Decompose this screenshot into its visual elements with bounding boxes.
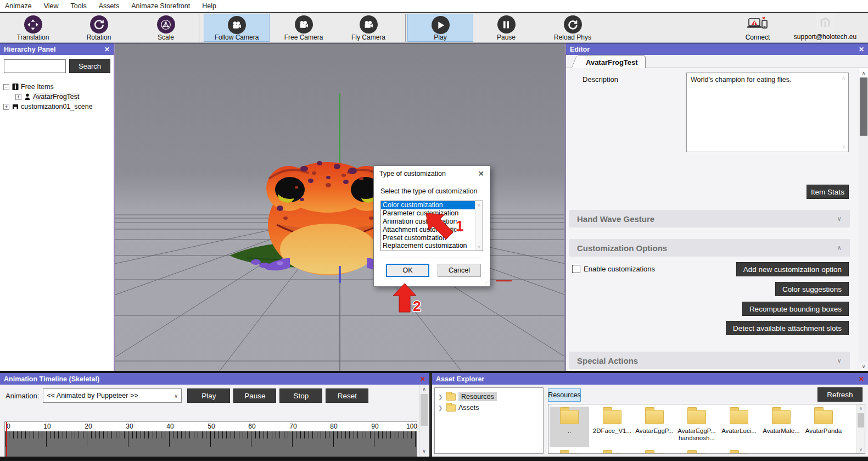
hierarchy-search-button[interactable]: Search — [69, 59, 110, 73]
list-scrollbar[interactable]: ∧ ∨ — [475, 201, 483, 251]
close-icon[interactable]: ✕ — [420, 376, 425, 382]
list-item-color-customization[interactable]: Color customization — [381, 201, 483, 209]
folder-item-up[interactable]: .. — [550, 407, 589, 447]
timeline-stop-button[interactable]: Stop — [279, 388, 322, 403]
folder-item-avatarpanda[interactable]: AvatarPanda — [804, 407, 843, 447]
scroll-up-icon[interactable]: ∧ — [477, 202, 481, 208]
connect-button[interactable]: Connect — [727, 14, 788, 42]
section-special-actions[interactable]: Special Actions ∨ — [569, 352, 850, 369]
follow-camera-button[interactable]: Follow Camera — [204, 14, 270, 42]
expand-icon[interactable]: + — [15, 94, 21, 100]
description-textarea[interactable]: World's champion for eating flies. ∧ ∨ — [686, 73, 849, 152]
item-stats-button[interactable]: Item Stats — [807, 185, 849, 199]
section-customization-options[interactable]: Customization Options ∧ — [569, 239, 850, 257]
scroll-up-icon[interactable]: ∧ — [859, 68, 868, 77]
collapse-icon[interactable]: − — [3, 84, 9, 90]
menu-assets[interactable]: Assets — [93, 0, 126, 12]
close-icon[interactable]: ✕ — [104, 46, 110, 53]
menu-help[interactable]: Help — [196, 0, 222, 12]
close-icon[interactable]: ✕ — [478, 169, 484, 178]
folder-item-avatarmale[interactable]: AvatarMale... — [761, 407, 801, 447]
play-button[interactable]: Play — [407, 14, 473, 42]
chevron-right-icon[interactable]: ❯ — [438, 405, 444, 411]
scrollbar-thumb[interactable] — [421, 394, 428, 426]
timeline-scrollbar[interactable]: ∧ ∨ — [419, 385, 428, 456]
chevron-right-icon[interactable]: ❯ — [438, 394, 444, 400]
folder-item[interactable] — [719, 449, 759, 454]
tab-resources[interactable]: Resources — [548, 388, 581, 402]
scale-button[interactable]: Scale — [133, 14, 199, 42]
scroll-down-icon[interactable]: ∨ — [842, 144, 845, 149]
scrollbar-thumb[interactable] — [860, 77, 867, 136]
reload-phys-button[interactable]: Reload Phys — [540, 14, 606, 42]
close-icon[interactable]: ✕ — [859, 46, 864, 53]
support-account[interactable]: support@holotech.eu — [785, 13, 865, 42]
timeline-ruler[interactable]: 0 10 20 30 40 50 60 70 80 90 100 0 — [4, 421, 417, 457]
refresh-button[interactable]: Refresh — [817, 387, 863, 402]
folder-item[interactable] — [677, 449, 716, 454]
enable-customizations-checkbox[interactable] — [572, 265, 580, 273]
close-icon[interactable]: ✕ — [859, 376, 864, 382]
add-customization-option-button[interactable]: Add new customization option — [736, 262, 849, 276]
folder-item[interactable] — [592, 449, 632, 454]
customization-type-list[interactable]: Color customization Parameter customizat… — [380, 201, 483, 251]
folder-item-avatarluci[interactable]: AvatarLuci... — [719, 407, 759, 447]
scrollbar-thumb[interactable] — [858, 413, 864, 427]
asset-tree-assets[interactable]: ❯ Assets — [438, 402, 543, 413]
list-item-replacement-customization[interactable]: Replacement customization — [381, 242, 483, 250]
menu-tools[interactable]: Tools — [65, 0, 93, 12]
ok-button[interactable]: OK — [386, 264, 429, 277]
pause-button[interactable]: Pause — [473, 14, 539, 42]
rotation-label: Rotation — [87, 34, 111, 41]
detect-attachment-slots-button[interactable]: Detect available attachment slots — [726, 321, 849, 335]
list-item-parameter-customization[interactable]: Parameter customization — [381, 209, 483, 218]
description-scrollbar[interactable]: ∧ ∨ — [839, 74, 848, 151]
scroll-up-icon[interactable]: ∧ — [857, 404, 865, 412]
scroll-down-icon[interactable]: ∨ — [859, 362, 868, 371]
menu-animaze-storefront[interactable]: Animaze Storefront — [125, 0, 196, 12]
scroll-down-icon[interactable]: ∨ — [420, 447, 428, 456]
list-item-preset-customization[interactable]: Preset customization — [381, 234, 483, 242]
scroll-up-icon[interactable]: ∧ — [420, 385, 428, 393]
folder-item[interactable] — [550, 449, 589, 454]
viewport-3d[interactable] — [115, 43, 564, 371]
asset-tree-resources[interactable]: ❯ Resources — [438, 391, 543, 402]
section-hand-wave-gesture[interactable]: Hand Wave Gesture ∨ — [569, 210, 850, 227]
tree-item-customization01-scene[interactable]: + customization01_scene — [3, 102, 111, 112]
animation-select[interactable]: << Animated by Puppeteer >> ∨ — [43, 388, 182, 403]
list-item-attachment-customization[interactable]: Attachment customization — [381, 226, 483, 234]
tab-avatarfrogtest[interactable]: AvatarFrogTest — [578, 55, 646, 68]
asset-grid-scrollbar[interactable]: ∧ ∨ — [856, 404, 865, 453]
tree-item-free-items[interactable]: − Free Items — [3, 82, 111, 92]
cancel-button[interactable]: Cancel — [438, 264, 481, 277]
folder-item-avataregg[interactable]: AvatarEggP... — [635, 407, 674, 447]
rotation-button[interactable]: Rotation — [66, 14, 132, 42]
scroll-up-icon[interactable]: ∧ — [842, 75, 845, 81]
expand-icon[interactable]: + — [3, 104, 9, 110]
fly-camera-button[interactable]: Fly Camera — [335, 14, 401, 42]
recompute-bounding-boxes-button[interactable]: Recompute bounding boxes — [742, 302, 849, 316]
timeline-play-button[interactable]: Play — [187, 388, 230, 403]
list-item-animation-customization[interactable]: Animation customization — [381, 218, 483, 226]
editor-scrollbar[interactable]: ∧ ∨ — [859, 68, 868, 371]
scroll-down-icon[interactable]: ∨ — [477, 244, 481, 249]
resize-grip-icon[interactable]: ⋰ — [484, 280, 489, 285]
folder-item-2dface[interactable]: 2DFace_V1... — [592, 407, 632, 447]
scroll-down-icon[interactable]: ∨ — [857, 446, 865, 453]
ruler-label: 0 — [7, 423, 10, 430]
hierarchy-search-input[interactable] — [4, 59, 66, 73]
free-camera-button[interactable]: Free Camera — [271, 14, 337, 42]
timeline-pause-button[interactable]: Pause — [233, 388, 276, 403]
dialog-titlebar[interactable]: Type of customization ✕ — [374, 166, 490, 181]
timeline-playhead[interactable] — [6, 422, 7, 457]
menu-animaze[interactable]: Animaze — [0, 0, 38, 12]
timeline-reset-button[interactable]: Reset — [326, 388, 368, 403]
timeline-body: Animation: << Animated by Puppeteer >> ∨… — [0, 385, 429, 457]
folder-item-avataregg-handsnosh[interactable]: AvatarEggP... handsnosh... — [677, 407, 716, 447]
color-suggestions-button[interactable]: Color suggestions — [775, 282, 849, 296]
menu-view[interactable]: View — [38, 0, 65, 12]
tree-item-avatarfrogtest[interactable]: + AvatarFrogTest — [15, 92, 111, 102]
folder-item[interactable] — [635, 449, 674, 454]
timeline-ticks[interactable]: 0 — [5, 431, 417, 457]
translation-button[interactable]: Translation — [0, 14, 66, 42]
